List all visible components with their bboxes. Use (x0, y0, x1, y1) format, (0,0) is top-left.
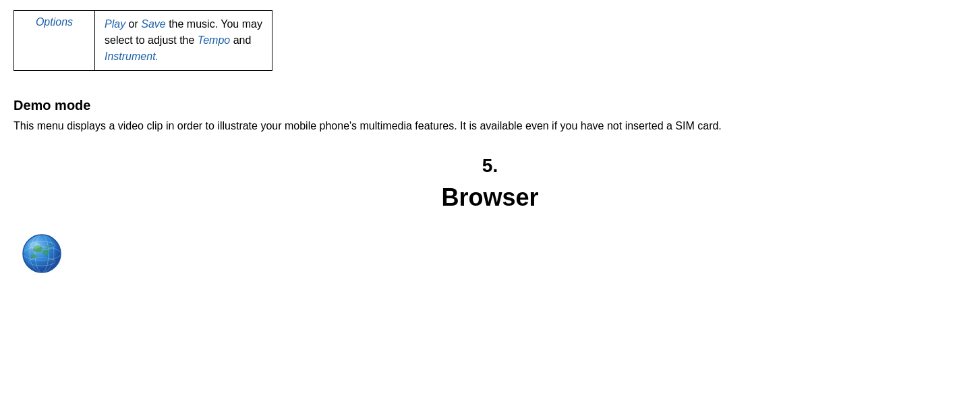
save-link: Save (141, 18, 165, 30)
svg-point-8 (42, 250, 49, 255)
svg-point-9 (31, 254, 36, 258)
options-label: Options (36, 16, 73, 28)
content-line-3: Instrument. (105, 49, 262, 65)
content-or: or (125, 18, 141, 30)
demo-mode-title: Demo mode (13, 98, 967, 113)
demo-mode-text: This menu displays a video clip in order… (13, 117, 755, 135)
browser-icon-container (20, 232, 967, 278)
content-line-2: select to adjust the Tempo and (105, 32, 262, 49)
table-cell-options: Options (14, 11, 95, 70)
play-link: Play (105, 18, 125, 30)
content-line-1: Play or Save the music. You may (105, 16, 262, 32)
svg-point-11 (30, 242, 40, 249)
options-table: Options Play or Save the music. You may … (13, 10, 272, 71)
content-select: select to adjust the (105, 34, 198, 46)
content-and: and (230, 34, 251, 46)
table-row: Options Play or Save the music. You may … (14, 11, 272, 70)
tempo-link: Tempo (198, 34, 230, 46)
svg-point-10 (47, 245, 51, 248)
instrument-link: Instrument. (105, 51, 158, 62)
demo-mode-section: Demo mode This menu displays a video cli… (13, 98, 967, 135)
chapter-number: 5. (13, 155, 967, 177)
globe-icon (20, 232, 63, 275)
table-cell-content: Play or Save the music. You may select t… (95, 11, 272, 70)
content-post1: the music. You may (166, 18, 262, 30)
browser-title: Browser (13, 183, 967, 212)
